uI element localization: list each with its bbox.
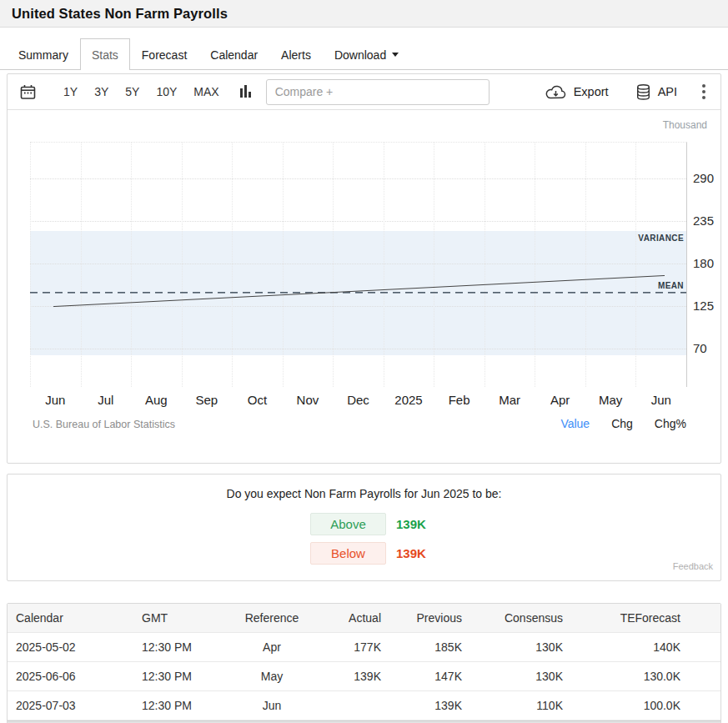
table-cell: 139K	[385, 691, 466, 720]
tab-label: Stats	[92, 48, 118, 62]
calendar-icon[interactable]	[19, 83, 37, 101]
table-cell: May	[234, 662, 309, 691]
tab-download[interactable]: Download	[323, 38, 410, 70]
y-axis-label: 70	[693, 341, 728, 355]
table-cell: 140K	[567, 633, 720, 662]
feedback-link[interactable]: Feedback	[673, 561, 713, 571]
range-button-max[interactable]: MAX	[193, 85, 218, 98]
x-axis-label: Feb	[434, 393, 484, 407]
x-axis-label: Jun	[30, 393, 81, 407]
x-axis-label: Apr	[535, 393, 585, 407]
table-header-cell: TEForecast	[567, 604, 720, 633]
table-cell: Jun	[234, 691, 309, 720]
api-label: API	[658, 85, 677, 98]
y-axis-label: 235	[693, 213, 728, 228]
chart-plot: 29023518012570JunJulAugSepOctNovDec2025F…	[30, 142, 687, 387]
table-cell: 139K	[309, 662, 385, 691]
table-header-cell: GMT	[133, 604, 234, 633]
column-chart-icon[interactable]	[239, 84, 253, 99]
tab-forecast[interactable]: Forecast	[130, 38, 198, 70]
below-button[interactable]: Below	[310, 542, 386, 565]
x-axis-label: 2025	[384, 393, 434, 407]
x-axis-label: Sep	[182, 393, 233, 407]
mode-chg-pct[interactable]: Chg%	[655, 417, 686, 430]
table-cell: 185K	[385, 633, 466, 662]
below-threshold-value: 139K	[396, 546, 426, 560]
tab-label: Forecast	[142, 48, 187, 62]
table-header-cell: Consensus	[466, 604, 567, 633]
tab-stats[interactable]: Stats	[80, 38, 130, 70]
table-cell: 147K	[385, 662, 466, 691]
table-header-row: CalendarGMTReferenceActualPreviousConsen…	[8, 604, 720, 633]
table-row[interactable]: 2025-05-0212:30 PMApr177K185K130K140K	[8, 633, 720, 662]
chevron-down-icon	[392, 53, 399, 57]
tab-label: Summary	[18, 48, 68, 62]
table-header-cell: Actual	[309, 604, 385, 633]
compare-input[interactable]	[266, 79, 490, 105]
table-row[interactable]: 2025-07-0312:30 PMJun139K110K100.0K	[8, 691, 720, 720]
poll-option-row: Above139K	[310, 513, 426, 535]
tab-label: Calendar	[210, 48, 258, 62]
table-cell: 110K	[466, 691, 567, 720]
axis-unit-label: Thousand	[663, 119, 707, 131]
mode-chg[interactable]: Chg	[611, 417, 633, 430]
title-bar: United States Non Farm Payrolls	[0, 0, 728, 28]
y-axis-label: 125	[693, 299, 728, 313]
y-axis-label: 180	[693, 256, 728, 270]
tab-summary[interactable]: Summary	[7, 38, 80, 70]
table-cell: 130K	[466, 662, 567, 691]
tab-calendar[interactable]: Calendar	[198, 38, 269, 70]
chart-area: Thousand 29023518012570JunJulAugSepOctNo…	[8, 110, 720, 463]
table-header-cell: Reference	[234, 604, 309, 633]
table-cell: 12:30 PM	[133, 662, 234, 691]
table-cell	[309, 691, 385, 720]
calendar-table: CalendarGMTReferenceActualPreviousConsen…	[8, 604, 720, 720]
range-button-1y[interactable]: 1Y	[63, 85, 78, 98]
above-threshold-value: 139K	[396, 517, 426, 531]
cloud-download-icon	[545, 84, 567, 100]
page: United States Non Farm Payrolls SummaryS…	[0, 0, 728, 723]
x-axis-label: Oct	[232, 393, 283, 407]
y-axis-label: 290	[693, 171, 728, 185]
tab-bar: SummaryStatsForecastCalendarAlertsDownlo…	[0, 28, 728, 70]
table-row[interactable]: 2025-06-0612:30 PMMay139K147K130K130.0K	[8, 662, 720, 691]
variance-label: VARIANCE	[638, 233, 684, 243]
kebab-menu-icon[interactable]	[702, 84, 705, 99]
table-cell: 100.0K	[567, 691, 720, 720]
source-attribution: U.S. Bureau of Labor Statistics	[33, 419, 175, 430]
mode-value[interactable]: Value	[560, 417, 590, 430]
x-axis-label: Nov	[283, 393, 334, 407]
calendar-table-panel: CalendarGMTReferenceActualPreviousConsen…	[7, 603, 721, 723]
table-cell: 130.0K	[567, 662, 720, 691]
chart-panel: 1Y3Y5Y10YMAX Export	[7, 73, 721, 464]
x-axis-label: Jun	[635, 393, 686, 407]
api-button[interactable]: API	[635, 83, 677, 101]
chart-toolbar: 1Y3Y5Y10YMAX Export	[8, 74, 720, 110]
export-button[interactable]: Export	[545, 84, 609, 100]
table-cell: 130K	[466, 633, 567, 662]
table-cell: 2025-05-02	[8, 633, 133, 662]
export-label: Export	[574, 85, 609, 98]
range-button-5y[interactable]: 5Y	[125, 85, 139, 98]
poll-panel: Do you expect Non Farm Payrolls for Jun …	[7, 474, 721, 581]
chart-mode-toggles: ValueChgChg%	[560, 417, 686, 430]
tab-label: Alerts	[281, 48, 311, 62]
x-axis-label: Dec	[333, 393, 384, 407]
table-cell: 2025-06-06	[8, 662, 133, 691]
table-cell: 12:30 PM	[133, 633, 234, 662]
table-cell: 2025-07-03	[8, 691, 133, 720]
x-axis-label: Mar	[484, 393, 535, 407]
range-button-3y[interactable]: 3Y	[94, 85, 108, 98]
tab-alerts[interactable]: Alerts	[269, 38, 323, 70]
mean-and-trend-lines	[30, 143, 686, 387]
table-cell: 177K	[309, 633, 385, 662]
above-button[interactable]: Above	[310, 513, 386, 535]
poll-option-row: Below139K	[310, 542, 426, 565]
mean-label: MEAN	[658, 281, 684, 290]
range-button-10y[interactable]: 10Y	[156, 85, 177, 98]
page-title: United States Non Farm Payrolls	[12, 6, 228, 22]
x-axis-label: Jul	[81, 393, 132, 407]
database-icon	[635, 83, 651, 101]
range-buttons: 1Y3Y5Y10YMAX	[55, 85, 228, 98]
x-axis-label: May	[585, 393, 636, 407]
